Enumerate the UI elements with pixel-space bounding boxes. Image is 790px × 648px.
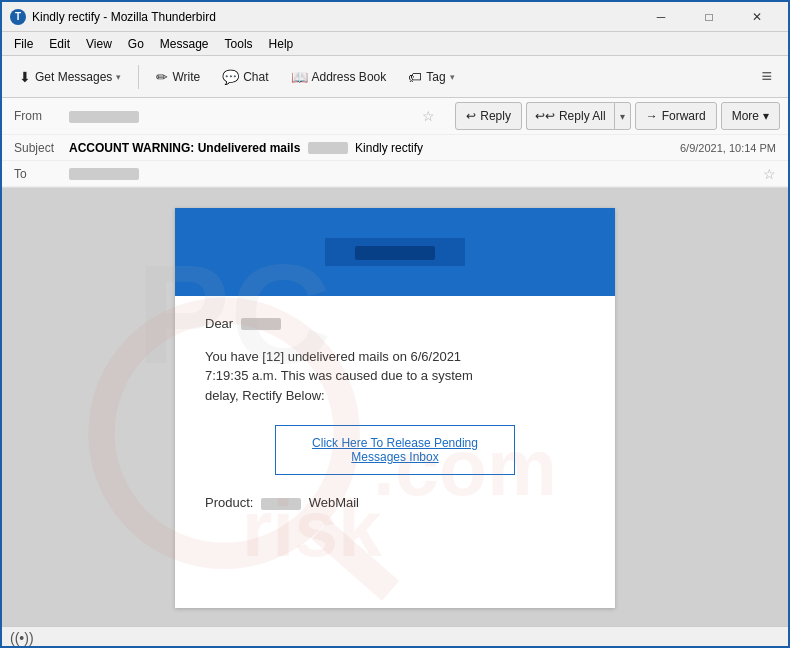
address-book-icon: 📖	[291, 69, 308, 85]
header-blur	[355, 246, 435, 260]
product-name-redacted	[261, 498, 301, 510]
subject-value: ACCOUNT WARNING: Undelivered mails Kindl…	[69, 141, 672, 155]
from-value	[69, 109, 418, 123]
message-line-1: You have [12] undelivered mails on 6/6/2…	[205, 349, 461, 364]
chat-label: Chat	[243, 70, 268, 84]
minimize-button[interactable]: ─	[638, 2, 684, 32]
cta-button[interactable]: Click Here To Release Pending Messages I…	[275, 425, 515, 475]
tag-arrow: ▾	[450, 72, 455, 82]
close-button[interactable]: ✕	[734, 2, 780, 32]
more-arrow-icon: ▾	[763, 109, 769, 123]
email-dear: Dear	[205, 316, 585, 331]
more-button[interactable]: More ▾	[721, 102, 780, 130]
to-row: To ☆	[2, 161, 788, 187]
write-label: Write	[172, 70, 200, 84]
more-label: More	[732, 109, 759, 123]
subject-redacted	[308, 142, 348, 154]
subject-rest: Kindly rectify	[355, 141, 423, 155]
email-blue-header	[175, 208, 615, 296]
email-blue-header-inner	[325, 238, 465, 266]
product-suffix: WebMail	[309, 495, 359, 510]
to-label: To	[14, 167, 69, 181]
to-value	[69, 167, 759, 181]
forward-label: Forward	[662, 109, 706, 123]
dear-name-redacted	[241, 318, 281, 330]
dear-text: Dear	[205, 316, 233, 331]
get-messages-label: Get Messages	[35, 70, 112, 84]
product-line: Product: WebMail	[205, 495, 585, 510]
to-star-icon[interactable]: ☆	[763, 166, 776, 182]
forward-button[interactable]: → Forward	[635, 102, 717, 130]
toolbar: ⬇ Get Messages ▾ ✏ Write 💬 Chat 📖 Addres…	[2, 56, 788, 98]
maximize-button[interactable]: □	[686, 2, 732, 32]
reply-all-label: Reply All	[559, 109, 606, 123]
subject-bold: ACCOUNT WARNING: Undelivered mails	[69, 141, 300, 155]
menu-message[interactable]: Message	[152, 34, 217, 54]
content-area: risk .com PC Dear	[2, 188, 788, 626]
subject-label: Subject	[14, 141, 69, 155]
get-messages-icon: ⬇	[19, 69, 31, 85]
hamburger-menu[interactable]: ≡	[753, 62, 780, 91]
menu-go[interactable]: Go	[120, 34, 152, 54]
window-title: Kindly rectify - Mozilla Thunderbird	[32, 10, 638, 24]
menu-file[interactable]: File	[6, 34, 41, 54]
menu-help[interactable]: Help	[261, 34, 302, 54]
reply-all-icon: ↩↩	[535, 109, 555, 123]
write-button[interactable]: ✏ Write	[147, 61, 209, 93]
email-body: Dear You have [12] undelivered mails on …	[175, 296, 615, 531]
to-address-redacted	[69, 168, 139, 180]
message-line-2: 7:19:35 a.m. This was caused due to a sy…	[205, 368, 473, 383]
address-book-button[interactable]: 📖 Address Book	[282, 61, 396, 93]
app-icon: T	[10, 9, 26, 25]
email-message: You have [12] undelivered mails on 6/6/2…	[205, 347, 585, 406]
address-book-label: Address Book	[312, 70, 387, 84]
product-label: Product:	[205, 495, 253, 510]
email-message-wrapper: Dear You have [12] undelivered mails on …	[175, 208, 615, 608]
get-messages-button[interactable]: ⬇ Get Messages ▾	[10, 61, 130, 93]
tag-button[interactable]: 🏷 Tag ▾	[399, 61, 463, 93]
email-content-area: risk .com PC Dear	[2, 188, 788, 626]
reply-all-button[interactable]: ↩↩ Reply All	[526, 102, 614, 130]
from-label: From	[14, 109, 69, 123]
from-star-icon[interactable]: ☆	[422, 108, 435, 124]
menu-edit[interactable]: Edit	[41, 34, 78, 54]
reply-all-dropdown[interactable]: ▾	[614, 102, 631, 130]
status-bar: ((•))	[2, 626, 788, 648]
reply-button[interactable]: ↩ Reply	[455, 102, 522, 130]
menu-tools[interactable]: Tools	[217, 34, 261, 54]
email-date: 6/9/2021, 10:14 PM	[680, 142, 776, 154]
chat-icon: 💬	[222, 69, 239, 85]
window-controls: ─ □ ✕	[638, 2, 780, 32]
tag-label: Tag	[426, 70, 445, 84]
write-icon: ✏	[156, 69, 168, 85]
status-icon: ((•))	[10, 630, 34, 646]
title-bar: T Kindly rectify - Mozilla Thunderbird ─…	[2, 2, 788, 32]
reply-label: Reply	[480, 109, 511, 123]
menu-bar: File Edit View Go Message Tools Help	[2, 32, 788, 56]
message-line-3: delay, Rectify Below:	[205, 388, 325, 403]
email-header: From ☆ ↩ Reply ↩↩ Reply All ▾	[2, 98, 788, 188]
get-messages-arrow: ▾	[116, 72, 121, 82]
reply-all-split-button: ↩↩ Reply All ▾	[526, 102, 631, 130]
from-address-redacted	[69, 111, 139, 123]
tag-icon: 🏷	[408, 69, 422, 85]
forward-icon: →	[646, 109, 658, 123]
chat-button[interactable]: 💬 Chat	[213, 61, 277, 93]
separator-1	[138, 65, 139, 89]
subject-row: Subject ACCOUNT WARNING: Undelivered mai…	[2, 135, 788, 161]
reply-icon: ↩	[466, 109, 476, 123]
menu-view[interactable]: View	[78, 34, 120, 54]
